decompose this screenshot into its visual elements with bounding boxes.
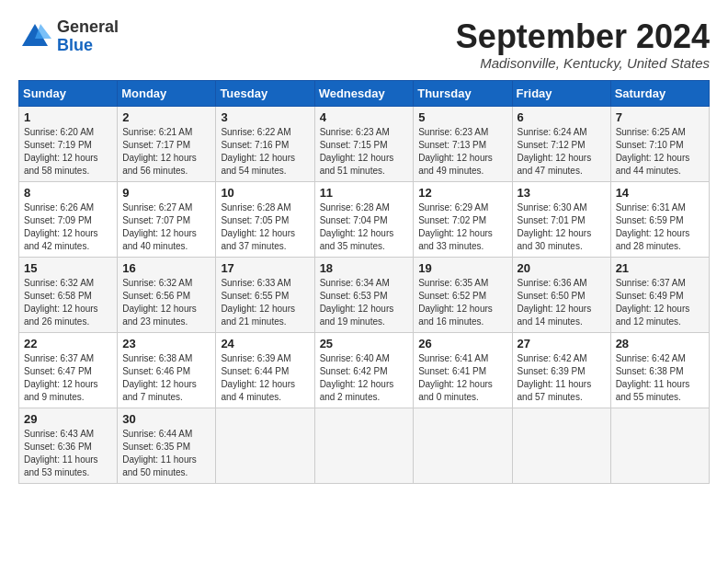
calendar-cell: 6Sunrise: 6:24 AM Sunset: 7:12 PM Daylig… [512, 106, 610, 181]
calendar-cell [314, 408, 414, 483]
day-detail: Sunrise: 6:42 AM Sunset: 6:39 PM Dayligh… [518, 352, 606, 404]
day-detail: Sunrise: 6:36 AM Sunset: 6:50 PM Dayligh… [518, 277, 606, 328]
day-detail: Sunrise: 6:22 AM Sunset: 7:16 PM Dayligh… [221, 126, 309, 178]
day-number: 10 [221, 186, 309, 200]
day-number: 16 [122, 261, 210, 275]
day-detail: Sunrise: 6:42 AM Sunset: 6:38 PM Dayligh… [616, 352, 704, 404]
day-number: 27 [518, 337, 606, 350]
calendar-cell: 28Sunrise: 6:42 AM Sunset: 6:38 PM Dayli… [610, 332, 709, 408]
day-detail: Sunrise: 6:43 AM Sunset: 6:36 PM Dayligh… [24, 428, 112, 479]
day-number: 24 [221, 337, 309, 350]
calendar-cell [610, 408, 709, 483]
week-row-3: 15Sunrise: 6:32 AM Sunset: 6:58 PM Dayli… [19, 257, 710, 332]
logo-blue: Blue [57, 37, 119, 55]
location: Madisonville, Kentucky, United States [456, 55, 710, 71]
day-detail: Sunrise: 6:30 AM Sunset: 7:01 PM Dayligh… [518, 201, 606, 253]
day-detail: Sunrise: 6:37 AM Sunset: 6:49 PM Dayligh… [616, 277, 704, 328]
calendar-cell: 1Sunrise: 6:20 AM Sunset: 7:19 PM Daylig… [19, 106, 118, 181]
calendar-cell: 4Sunrise: 6:23 AM Sunset: 7:15 PM Daylig… [314, 106, 414, 181]
logo: General Blue [18, 18, 119, 55]
day-detail: Sunrise: 6:29 AM Sunset: 7:02 PM Dayligh… [418, 201, 506, 253]
calendar-cell [512, 408, 610, 483]
logo-icon [18, 20, 51, 53]
day-number: 23 [122, 337, 210, 350]
day-number: 8 [24, 186, 112, 200]
day-detail: Sunrise: 6:34 AM Sunset: 6:53 PM Dayligh… [320, 277, 409, 328]
day-number: 17 [221, 261, 309, 275]
calendar-cell: 23Sunrise: 6:38 AM Sunset: 6:46 PM Dayli… [118, 332, 216, 408]
day-detail: Sunrise: 6:23 AM Sunset: 7:13 PM Dayligh… [418, 126, 506, 178]
day-detail: Sunrise: 6:24 AM Sunset: 7:12 PM Dayligh… [518, 126, 606, 178]
calendar-cell: 16Sunrise: 6:32 AM Sunset: 6:56 PM Dayli… [118, 257, 216, 332]
day-detail: Sunrise: 6:27 AM Sunset: 7:07 PM Dayligh… [122, 201, 210, 253]
day-detail: Sunrise: 6:26 AM Sunset: 7:09 PM Dayligh… [24, 201, 112, 253]
day-number: 2 [122, 110, 210, 124]
calendar-cell: 18Sunrise: 6:34 AM Sunset: 6:53 PM Dayli… [314, 257, 414, 332]
day-detail: Sunrise: 6:28 AM Sunset: 7:05 PM Dayligh… [221, 201, 309, 253]
week-row-1: 1Sunrise: 6:20 AM Sunset: 7:19 PM Daylig… [19, 106, 710, 181]
calendar-cell: 8Sunrise: 6:26 AM Sunset: 7:09 PM Daylig… [19, 181, 118, 257]
title-block: September 2024 Madisonville, Kentucky, U… [456, 18, 710, 71]
calendar-cell: 29Sunrise: 6:43 AM Sunset: 6:36 PM Dayli… [19, 408, 118, 483]
day-number: 20 [518, 261, 606, 275]
page-header: General Blue September 2024 Madisonville… [18, 18, 710, 71]
day-number: 15 [24, 261, 112, 275]
calendar-cell: 27Sunrise: 6:42 AM Sunset: 6:39 PM Dayli… [512, 332, 610, 408]
header-tuesday: Tuesday [216, 80, 314, 106]
day-number: 25 [320, 337, 409, 350]
day-detail: Sunrise: 6:41 AM Sunset: 6:41 PM Dayligh… [418, 352, 506, 404]
calendar-cell: 21Sunrise: 6:37 AM Sunset: 6:49 PM Dayli… [610, 257, 709, 332]
day-detail: Sunrise: 6:23 AM Sunset: 7:15 PM Dayligh… [320, 126, 409, 178]
calendar-cell: 25Sunrise: 6:40 AM Sunset: 6:42 PM Dayli… [314, 332, 414, 408]
calendar-cell: 9Sunrise: 6:27 AM Sunset: 7:07 PM Daylig… [118, 181, 216, 257]
day-number: 9 [122, 186, 210, 200]
month-title: September 2024 [456, 18, 710, 55]
calendar-cell [216, 408, 314, 483]
day-number: 12 [418, 186, 506, 200]
day-number: 19 [418, 261, 506, 275]
day-number: 21 [616, 261, 704, 275]
calendar-cell: 30Sunrise: 6:44 AM Sunset: 6:35 PM Dayli… [118, 408, 216, 483]
day-number: 26 [418, 337, 506, 350]
calendar-cell: 2Sunrise: 6:21 AM Sunset: 7:17 PM Daylig… [118, 106, 216, 181]
day-number: 29 [24, 412, 112, 426]
day-detail: Sunrise: 6:32 AM Sunset: 6:56 PM Dayligh… [122, 277, 210, 328]
header-sunday: Sunday [19, 80, 118, 106]
calendar-cell: 15Sunrise: 6:32 AM Sunset: 6:58 PM Dayli… [19, 257, 118, 332]
calendar-cell: 19Sunrise: 6:35 AM Sunset: 6:52 PM Dayli… [414, 257, 512, 332]
day-detail: Sunrise: 6:31 AM Sunset: 6:59 PM Dayligh… [616, 201, 704, 253]
day-detail: Sunrise: 6:21 AM Sunset: 7:17 PM Dayligh… [122, 126, 210, 178]
calendar-cell: 11Sunrise: 6:28 AM Sunset: 7:04 PM Dayli… [314, 181, 414, 257]
day-number: 3 [221, 110, 309, 124]
day-number: 22 [24, 337, 112, 350]
day-number: 4 [320, 110, 409, 124]
day-number: 28 [616, 337, 704, 350]
day-number: 14 [616, 186, 704, 200]
calendar-cell: 20Sunrise: 6:36 AM Sunset: 6:50 PM Dayli… [512, 257, 610, 332]
header-thursday: Thursday [414, 80, 512, 106]
day-number: 30 [122, 412, 210, 426]
day-detail: Sunrise: 6:39 AM Sunset: 6:44 PM Dayligh… [221, 352, 309, 404]
logo-general: General [57, 18, 119, 37]
day-detail: Sunrise: 6:37 AM Sunset: 6:47 PM Dayligh… [24, 352, 112, 404]
day-detail: Sunrise: 6:28 AM Sunset: 7:04 PM Dayligh… [320, 201, 409, 253]
day-number: 7 [616, 110, 704, 124]
day-detail: Sunrise: 6:44 AM Sunset: 6:35 PM Dayligh… [122, 428, 210, 479]
day-detail: Sunrise: 6:32 AM Sunset: 6:58 PM Dayligh… [24, 277, 112, 328]
day-detail: Sunrise: 6:25 AM Sunset: 7:10 PM Dayligh… [616, 126, 704, 178]
week-row-5: 29Sunrise: 6:43 AM Sunset: 6:36 PM Dayli… [19, 408, 710, 483]
calendar-cell: 3Sunrise: 6:22 AM Sunset: 7:16 PM Daylig… [216, 106, 314, 181]
calendar-cell: 10Sunrise: 6:28 AM Sunset: 7:05 PM Dayli… [216, 181, 314, 257]
day-detail: Sunrise: 6:38 AM Sunset: 6:46 PM Dayligh… [122, 352, 210, 404]
day-detail: Sunrise: 6:33 AM Sunset: 6:55 PM Dayligh… [221, 277, 309, 328]
week-row-2: 8Sunrise: 6:26 AM Sunset: 7:09 PM Daylig… [19, 181, 710, 257]
day-detail: Sunrise: 6:20 AM Sunset: 7:19 PM Dayligh… [24, 126, 112, 178]
calendar-cell: 7Sunrise: 6:25 AM Sunset: 7:10 PM Daylig… [610, 106, 709, 181]
calendar-cell: 26Sunrise: 6:41 AM Sunset: 6:41 PM Dayli… [414, 332, 512, 408]
day-detail: Sunrise: 6:35 AM Sunset: 6:52 PM Dayligh… [418, 277, 506, 328]
header-saturday: Saturday [610, 80, 709, 106]
day-detail: Sunrise: 6:40 AM Sunset: 6:42 PM Dayligh… [320, 352, 409, 404]
day-number: 5 [418, 110, 506, 124]
calendar-cell: 22Sunrise: 6:37 AM Sunset: 6:47 PM Dayli… [19, 332, 118, 408]
calendar-header: SundayMondayTuesdayWednesdayThursdayFrid… [19, 80, 710, 106]
